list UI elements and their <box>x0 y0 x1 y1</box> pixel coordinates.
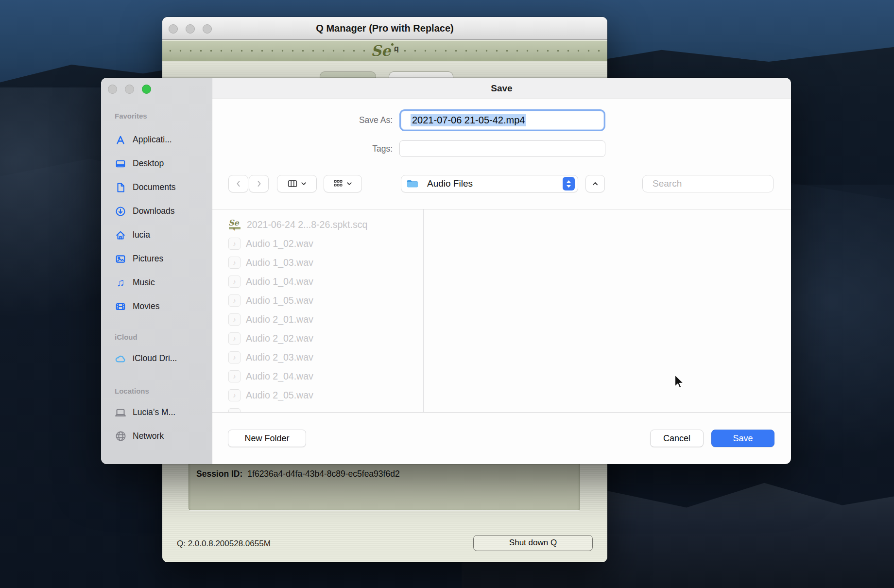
chevron-down-icon <box>346 181 352 187</box>
chevron-down-icon <box>301 181 307 187</box>
file-name: Audio 1_05.wav <box>246 295 313 306</box>
se-logo-text: Se <box>371 42 391 59</box>
tags-input[interactable] <box>399 140 605 157</box>
file-row: Seq 2021-06-24 2...8-26.spkt.scq <box>228 215 423 234</box>
audio-file-icon: ♪ <box>228 370 241 382</box>
parent-folder-button[interactable] <box>585 175 605 192</box>
grouping-icon <box>333 179 343 188</box>
file-name: Audio 1_02.wav <box>246 238 313 249</box>
filename-input[interactable]: 2021-07-06 21-05-42.mp4 <box>399 109 605 131</box>
audio-file-icon: ♪ <box>228 294 241 307</box>
shutdown-q-button[interactable]: Shut down Q <box>473 535 593 551</box>
sidebar-item-label: Pictures <box>133 254 163 264</box>
view-columns-button[interactable] <box>277 175 317 192</box>
music-icon: ♫ <box>115 277 126 289</box>
sidebar-item-network[interactable]: Network <box>115 424 212 448</box>
sidebar-item-pictures[interactable]: Pictures <box>115 247 212 271</box>
file-row: ♪ Audio 1_05.wav <box>228 291 423 310</box>
save-dialog: Favorites Applicati... Desktop <box>101 78 791 464</box>
pictures-icon <box>115 253 126 265</box>
filename-selected-text: 2021-07-06 21-05-42.mp4 <box>411 114 526 126</box>
chevron-up-icon <box>591 180 599 188</box>
file-name: 2021-06-24 2...8-26.spkt.scq <box>247 219 367 230</box>
save-button[interactable]: Save <box>711 430 774 447</box>
folder-dropdown[interactable]: Audio Files <box>401 175 578 192</box>
file-name: Audio 2_01.wav <box>246 314 313 325</box>
sidebar-item-documents[interactable]: Documents <box>115 175 212 199</box>
sidebar-item-label: Lucia’s M... <box>133 407 175 417</box>
folder-icon <box>406 178 419 189</box>
home-icon <box>115 229 126 241</box>
file-name: Audio 1_04.wav <box>246 276 313 287</box>
audio-file-icon: ♪ <box>228 332 241 345</box>
appstore-icon <box>115 134 126 146</box>
column-divider <box>423 209 424 412</box>
chevron-left-icon <box>235 180 242 188</box>
stepper-up-icon <box>566 180 571 183</box>
file-list: Seq 2021-06-24 2...8-26.spkt.scq ♪ Audio… <box>219 209 423 412</box>
chevron-right-icon <box>255 180 263 188</box>
mouse-cursor <box>672 373 687 391</box>
cancel-button[interactable]: Cancel <box>650 430 704 447</box>
file-name: Audio 1_03.wav <box>246 257 313 268</box>
file-row: ♪ Audio 1_03.wav <box>228 253 423 272</box>
group-by-button[interactable] <box>324 175 362 192</box>
file-row: ♪ Audio 2_01.wav <box>228 310 423 329</box>
sidebar-item-movies[interactable]: Movies <box>115 294 212 318</box>
sidebar-item-icloud-drive[interactable]: iCloud Dri... <box>115 346 212 370</box>
sidebar-item-downloads[interactable]: Downloads <box>115 199 212 223</box>
file-row: ♪ Audio 2_02.wav <box>228 329 423 348</box>
file-row: ♪ Audio 2_03.wav <box>228 348 423 367</box>
file-name: Audio 2_05.wav <box>246 390 313 401</box>
sidebar-item-label: Documents <box>133 182 176 192</box>
dialog-title: Save <box>212 78 791 99</box>
stepper-down-icon <box>566 185 571 188</box>
desktop-icon <box>115 158 126 170</box>
session-id-row: Session ID:1f6236a4-d4fa-43b4-8c89-ec5fe… <box>196 469 400 479</box>
sidebar-item-label: Network <box>133 431 164 441</box>
sidebar-item-applications[interactable]: Applicati... <box>115 128 212 152</box>
file-row: ♪ Audio 2_04.wav <box>228 367 423 386</box>
minimize-button[interactable] <box>125 85 134 94</box>
icloud-icon <box>115 353 126 364</box>
file-name: Audio 2_04.wav <box>246 371 313 382</box>
dialog-sidebar: Favorites Applicati... Desktop <box>101 78 212 464</box>
sidebar-item-music[interactable]: ♫ Music <box>115 271 212 294</box>
audio-file-icon: ♪ <box>228 238 241 250</box>
tags-label: Tags: <box>305 144 393 154</box>
movies-icon <box>115 301 126 312</box>
sidebar-item-lucias-mac[interactable]: Lucia’s M... <box>115 400 212 424</box>
q-manager-title: Q Manager (Pro with Replace) <box>162 17 607 40</box>
sidebar-item-label: Desktop <box>133 158 164 169</box>
sidebar-item-home[interactable]: lucia <box>115 223 212 247</box>
folder-stepper[interactable] <box>563 177 575 190</box>
sidebar-item-desktop[interactable]: Desktop <box>115 152 212 175</box>
forward-button[interactable] <box>249 175 269 192</box>
audio-file-icon: ♪ <box>228 257 241 269</box>
dialog-traffic-lights <box>108 85 151 94</box>
laptop-icon <box>115 407 126 418</box>
sidebar-item-label: Applicati... <box>133 135 172 145</box>
sidebar-item-label: Movies <box>133 301 159 311</box>
audio-file-icon: ♪ <box>228 276 241 288</box>
file-name: Audio 2_03.wav <box>246 352 313 363</box>
version-text: Q: 2.0.0.8.200528.0655M <box>177 539 271 549</box>
sidebar-section-icloud: iCloud <box>115 333 212 343</box>
audio-file-icon: ♪ <box>228 313 241 326</box>
partial-file-row: ♪ <box>228 405 423 412</box>
globe-icon <box>115 431 126 442</box>
file-row: ♪ Audio 2_05.wav <box>228 386 423 405</box>
search-field[interactable] <box>642 175 774 192</box>
se-file-icon: Seq <box>228 219 241 231</box>
zoom-button[interactable] <box>142 85 151 94</box>
search-input[interactable] <box>652 178 773 190</box>
close-button[interactable] <box>108 85 117 94</box>
folder-dropdown-label: Audio Files <box>427 178 559 189</box>
audio-file-icon: ♪ <box>228 408 241 412</box>
new-folder-button[interactable]: New Folder <box>228 430 306 447</box>
columns-view-icon <box>288 179 297 188</box>
sidebar-item-label: lucia <box>133 230 150 240</box>
screen: Q Manager (Pro with Replace) Se q Settin… <box>0 0 894 588</box>
back-button[interactable] <box>228 175 248 192</box>
sidebar-item-label: Downloads <box>133 206 175 216</box>
